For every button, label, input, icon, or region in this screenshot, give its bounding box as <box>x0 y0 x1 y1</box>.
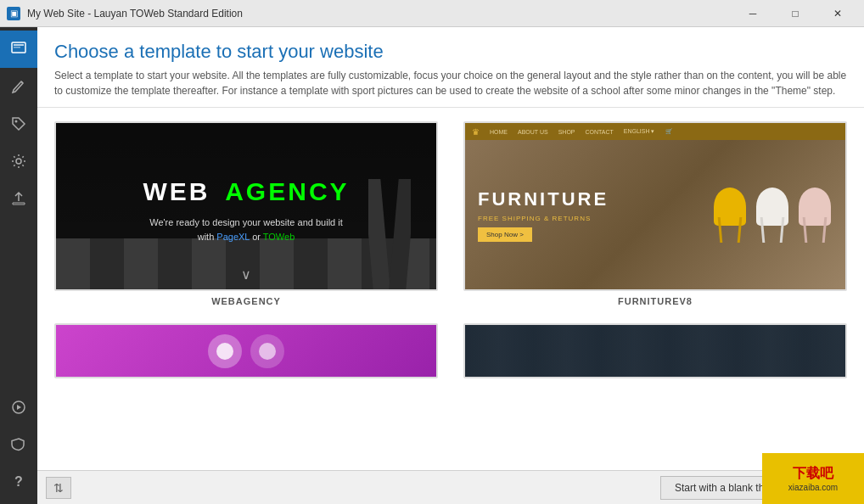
sort-button[interactable]: ⇅ <box>46 477 71 499</box>
app-body: ? Choose a template to start your websit… <box>0 27 864 504</box>
furniture-body: FURNITURE FREE SHIPPING & RETURNS Shop N… <box>465 140 845 289</box>
sidebar-item-settings[interactable] <box>0 143 37 180</box>
page-description: Select a template to start your website.… <box>54 68 847 98</box>
template-area: WEB AGENCY We're ready to design your we… <box>37 108 864 470</box>
template-thumb-partial-1[interactable] <box>54 323 438 378</box>
chair-white <box>755 188 790 243</box>
close-button[interactable]: ✕ <box>818 0 857 27</box>
bottom-bar: ⇅ Start with a blank theme Start <box>37 470 864 504</box>
furn-nav-home: HOME <box>490 129 508 135</box>
sidebar-item-publish[interactable] <box>0 180 37 217</box>
furn-nav-lang: ENGLISH ▾ <box>624 128 655 135</box>
watermark-line2: xiazaiba.com <box>788 483 838 492</box>
sidebar-item-shield[interactable] <box>0 426 37 463</box>
svg-rect-2 <box>14 47 20 48</box>
sidebar-item-play[interactable] <box>0 389 37 426</box>
page-title: Choose a template to start your website <box>54 41 847 63</box>
furniture-text: FURNITURE FREE SHIPPING & RETURNS Shop N… <box>478 188 712 242</box>
template-name-webagency: WEBAGENCY <box>211 296 281 306</box>
content-area: Choose a template to start your website … <box>37 27 864 504</box>
furn-nav-shop: SHOP <box>558 129 575 135</box>
sidebar: ? <box>0 27 37 504</box>
template-card-webagency[interactable]: WEB AGENCY We're ready to design your we… <box>54 121 438 306</box>
template-thumb-partial-2[interactable] <box>463 323 847 378</box>
agency-subtitle: We're ready to design your website and b… <box>143 216 349 244</box>
title-bar-text: My Web Site - Lauyan TOWeb Standard Edit… <box>27 8 733 20</box>
sidebar-item-pages[interactable] <box>0 31 37 68</box>
webagency-overlay: WEB AGENCY We're ready to design your we… <box>126 152 366 261</box>
template-card-furniture[interactable]: ♛ HOME ABOUT US SHOP CONTACT ENGLISH ▾ 🛒… <box>463 121 847 306</box>
maximize-button[interactable]: □ <box>776 0 815 27</box>
chair-pink <box>797 188 833 243</box>
template-card-partial-1[interactable] <box>54 323 438 378</box>
scroll-down-icon: ∨ <box>241 266 251 283</box>
furniture-chairs <box>712 188 833 243</box>
watermark-line1: 下载吧 <box>793 465 833 483</box>
window-controls: ─ □ ✕ <box>733 0 857 27</box>
sidebar-item-edit[interactable] <box>0 68 37 105</box>
svg-rect-1 <box>14 44 24 46</box>
furniture-shipping: FREE SHIPPING & RETURNS <box>478 215 712 222</box>
template-thumb-webagency[interactable]: WEB AGENCY We're ready to design your we… <box>54 121 438 291</box>
furniture-title: FURNITURE <box>478 188 712 210</box>
chair-yellow <box>712 188 748 243</box>
svg-point-3 <box>15 120 18 123</box>
furn-nav-cart: 🛒 <box>665 128 673 135</box>
template-card-partial-2[interactable] <box>463 323 847 378</box>
page-header: Choose a template to start your website … <box>37 27 864 108</box>
title-bar: ▣ My Web Site - Lauyan TOWeb Standard Ed… <box>0 0 864 27</box>
app-icon: ▣ <box>7 7 20 20</box>
furniture-shop-btn[interactable]: Shop Now > <box>478 227 532 242</box>
sidebar-item-help[interactable]: ? <box>0 463 37 501</box>
template-name-furniture: FURNITUREV8 <box>618 296 693 306</box>
furn-nav-contact: CONTACT <box>586 129 614 135</box>
watermark: 下载吧 xiazaiba.com <box>762 453 864 504</box>
template-thumb-furniture[interactable]: ♛ HOME ABOUT US SHOP CONTACT ENGLISH ▾ 🛒… <box>463 121 847 291</box>
minimize-button[interactable]: ─ <box>733 0 772 27</box>
furn-logo-icon: ♛ <box>472 127 480 137</box>
furn-nav-about: ABOUT US <box>518 129 548 135</box>
furniture-navbar: ♛ HOME ABOUT US SHOP CONTACT ENGLISH ▾ 🛒 <box>465 123 845 140</box>
agency-title: WEB AGENCY <box>143 177 349 206</box>
template-grid: WEB AGENCY We're ready to design your we… <box>54 121 847 378</box>
svg-point-4 <box>16 159 21 164</box>
sidebar-item-tag[interactable] <box>0 105 37 143</box>
